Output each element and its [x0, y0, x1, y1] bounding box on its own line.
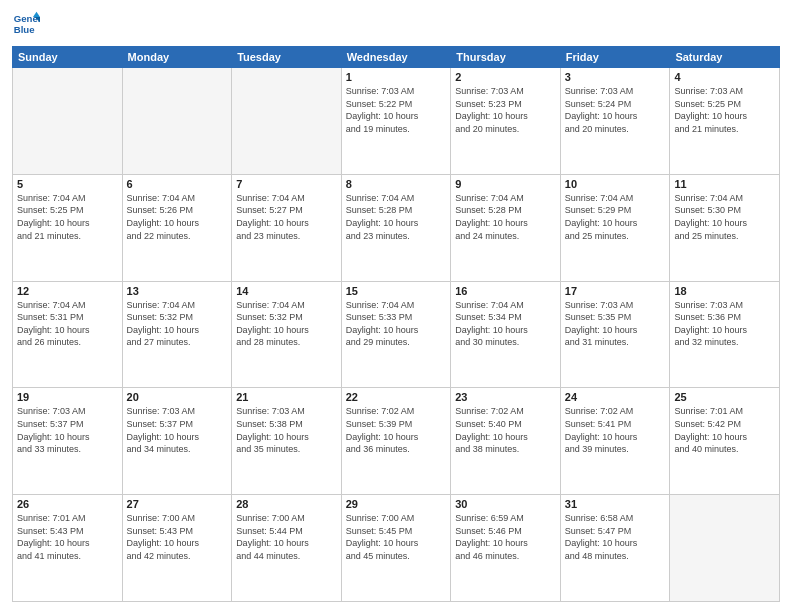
calendar-cell [670, 495, 780, 602]
calendar-cell: 23Sunrise: 7:02 AM Sunset: 5:40 PM Dayli… [451, 388, 561, 495]
day-number: 1 [346, 71, 447, 83]
day-info: Sunrise: 7:04 AM Sunset: 5:32 PM Dayligh… [236, 299, 337, 349]
day-info: Sunrise: 7:03 AM Sunset: 5:35 PM Dayligh… [565, 299, 666, 349]
day-number: 21 [236, 391, 337, 403]
calendar-cell: 4Sunrise: 7:03 AM Sunset: 5:25 PM Daylig… [670, 68, 780, 175]
calendar-cell: 19Sunrise: 7:03 AM Sunset: 5:37 PM Dayli… [13, 388, 123, 495]
logo: General Blue [12, 10, 40, 38]
day-info: Sunrise: 7:04 AM Sunset: 5:33 PM Dayligh… [346, 299, 447, 349]
day-info: Sunrise: 7:02 AM Sunset: 5:39 PM Dayligh… [346, 405, 447, 455]
day-header-monday: Monday [122, 47, 232, 68]
day-info: Sunrise: 7:02 AM Sunset: 5:40 PM Dayligh… [455, 405, 556, 455]
svg-text:Blue: Blue [14, 24, 35, 35]
day-info: Sunrise: 7:04 AM Sunset: 5:31 PM Dayligh… [17, 299, 118, 349]
calendar-cell: 22Sunrise: 7:02 AM Sunset: 5:39 PM Dayli… [341, 388, 451, 495]
day-number: 11 [674, 178, 775, 190]
day-info: Sunrise: 6:58 AM Sunset: 5:47 PM Dayligh… [565, 512, 666, 562]
day-info: Sunrise: 7:03 AM Sunset: 5:22 PM Dayligh… [346, 85, 447, 135]
day-header-thursday: Thursday [451, 47, 561, 68]
day-number: 19 [17, 391, 118, 403]
calendar-cell: 16Sunrise: 7:04 AM Sunset: 5:34 PM Dayli… [451, 281, 561, 388]
calendar-cell: 31Sunrise: 6:58 AM Sunset: 5:47 PM Dayli… [560, 495, 670, 602]
day-info: Sunrise: 7:00 AM Sunset: 5:43 PM Dayligh… [127, 512, 228, 562]
day-number: 28 [236, 498, 337, 510]
day-number: 18 [674, 285, 775, 297]
day-info: Sunrise: 7:03 AM Sunset: 5:37 PM Dayligh… [127, 405, 228, 455]
day-number: 4 [674, 71, 775, 83]
calendar-cell: 30Sunrise: 6:59 AM Sunset: 5:46 PM Dayli… [451, 495, 561, 602]
week-row-1: 5Sunrise: 7:04 AM Sunset: 5:25 PM Daylig… [13, 174, 780, 281]
day-number: 29 [346, 498, 447, 510]
day-info: Sunrise: 7:03 AM Sunset: 5:36 PM Dayligh… [674, 299, 775, 349]
calendar-cell: 21Sunrise: 7:03 AM Sunset: 5:38 PM Dayli… [232, 388, 342, 495]
calendar-cell [13, 68, 123, 175]
day-number: 17 [565, 285, 666, 297]
day-info: Sunrise: 7:02 AM Sunset: 5:41 PM Dayligh… [565, 405, 666, 455]
day-info: Sunrise: 7:04 AM Sunset: 5:27 PM Dayligh… [236, 192, 337, 242]
day-number: 7 [236, 178, 337, 190]
day-info: Sunrise: 7:04 AM Sunset: 5:29 PM Dayligh… [565, 192, 666, 242]
day-header-saturday: Saturday [670, 47, 780, 68]
day-info: Sunrise: 7:04 AM Sunset: 5:28 PM Dayligh… [346, 192, 447, 242]
calendar-cell: 29Sunrise: 7:00 AM Sunset: 5:45 PM Dayli… [341, 495, 451, 602]
calendar-cell: 17Sunrise: 7:03 AM Sunset: 5:35 PM Dayli… [560, 281, 670, 388]
day-number: 25 [674, 391, 775, 403]
calendar-cell: 3Sunrise: 7:03 AM Sunset: 5:24 PM Daylig… [560, 68, 670, 175]
day-info: Sunrise: 7:00 AM Sunset: 5:45 PM Dayligh… [346, 512, 447, 562]
calendar-cell: 28Sunrise: 7:00 AM Sunset: 5:44 PM Dayli… [232, 495, 342, 602]
day-info: Sunrise: 7:04 AM Sunset: 5:25 PM Dayligh… [17, 192, 118, 242]
day-number: 22 [346, 391, 447, 403]
day-info: Sunrise: 7:04 AM Sunset: 5:30 PM Dayligh… [674, 192, 775, 242]
day-header-friday: Friday [560, 47, 670, 68]
day-info: Sunrise: 7:04 AM Sunset: 5:28 PM Dayligh… [455, 192, 556, 242]
day-number: 12 [17, 285, 118, 297]
day-header-tuesday: Tuesday [232, 47, 342, 68]
day-header-sunday: Sunday [13, 47, 123, 68]
day-number: 26 [17, 498, 118, 510]
week-row-2: 12Sunrise: 7:04 AM Sunset: 5:31 PM Dayli… [13, 281, 780, 388]
day-info: Sunrise: 7:03 AM Sunset: 5:38 PM Dayligh… [236, 405, 337, 455]
day-number: 15 [346, 285, 447, 297]
calendar-cell: 11Sunrise: 7:04 AM Sunset: 5:30 PM Dayli… [670, 174, 780, 281]
day-number: 3 [565, 71, 666, 83]
day-info: Sunrise: 7:03 AM Sunset: 5:23 PM Dayligh… [455, 85, 556, 135]
calendar-cell: 8Sunrise: 7:04 AM Sunset: 5:28 PM Daylig… [341, 174, 451, 281]
calendar-cell: 14Sunrise: 7:04 AM Sunset: 5:32 PM Dayli… [232, 281, 342, 388]
calendar-cell: 24Sunrise: 7:02 AM Sunset: 5:41 PM Dayli… [560, 388, 670, 495]
calendar-cell: 9Sunrise: 7:04 AM Sunset: 5:28 PM Daylig… [451, 174, 561, 281]
day-number: 5 [17, 178, 118, 190]
day-info: Sunrise: 7:00 AM Sunset: 5:44 PM Dayligh… [236, 512, 337, 562]
day-header-row: SundayMondayTuesdayWednesdayThursdayFrid… [13, 47, 780, 68]
calendar-cell: 7Sunrise: 7:04 AM Sunset: 5:27 PM Daylig… [232, 174, 342, 281]
day-info: Sunrise: 7:03 AM Sunset: 5:37 PM Dayligh… [17, 405, 118, 455]
day-info: Sunrise: 7:01 AM Sunset: 5:43 PM Dayligh… [17, 512, 118, 562]
calendar-cell: 27Sunrise: 7:00 AM Sunset: 5:43 PM Dayli… [122, 495, 232, 602]
day-info: Sunrise: 6:59 AM Sunset: 5:46 PM Dayligh… [455, 512, 556, 562]
calendar-cell: 18Sunrise: 7:03 AM Sunset: 5:36 PM Dayli… [670, 281, 780, 388]
day-number: 6 [127, 178, 228, 190]
day-info: Sunrise: 7:04 AM Sunset: 5:34 PM Dayligh… [455, 299, 556, 349]
week-row-0: 1Sunrise: 7:03 AM Sunset: 5:22 PM Daylig… [13, 68, 780, 175]
day-number: 27 [127, 498, 228, 510]
day-number: 24 [565, 391, 666, 403]
calendar-cell [122, 68, 232, 175]
calendar-cell: 20Sunrise: 7:03 AM Sunset: 5:37 PM Dayli… [122, 388, 232, 495]
calendar-cell: 15Sunrise: 7:04 AM Sunset: 5:33 PM Dayli… [341, 281, 451, 388]
day-number: 31 [565, 498, 666, 510]
day-number: 8 [346, 178, 447, 190]
day-number: 16 [455, 285, 556, 297]
day-number: 20 [127, 391, 228, 403]
day-info: Sunrise: 7:03 AM Sunset: 5:24 PM Dayligh… [565, 85, 666, 135]
calendar-cell: 6Sunrise: 7:04 AM Sunset: 5:26 PM Daylig… [122, 174, 232, 281]
calendar-cell: 2Sunrise: 7:03 AM Sunset: 5:23 PM Daylig… [451, 68, 561, 175]
calendar-cell: 25Sunrise: 7:01 AM Sunset: 5:42 PM Dayli… [670, 388, 780, 495]
day-info: Sunrise: 7:04 AM Sunset: 5:32 PM Dayligh… [127, 299, 228, 349]
calendar-cell: 5Sunrise: 7:04 AM Sunset: 5:25 PM Daylig… [13, 174, 123, 281]
calendar-cell: 10Sunrise: 7:04 AM Sunset: 5:29 PM Dayli… [560, 174, 670, 281]
calendar-table: SundayMondayTuesdayWednesdayThursdayFrid… [12, 46, 780, 602]
day-number: 9 [455, 178, 556, 190]
week-row-3: 19Sunrise: 7:03 AM Sunset: 5:37 PM Dayli… [13, 388, 780, 495]
calendar-cell [232, 68, 342, 175]
week-row-4: 26Sunrise: 7:01 AM Sunset: 5:43 PM Dayli… [13, 495, 780, 602]
calendar-cell: 13Sunrise: 7:04 AM Sunset: 5:32 PM Dayli… [122, 281, 232, 388]
